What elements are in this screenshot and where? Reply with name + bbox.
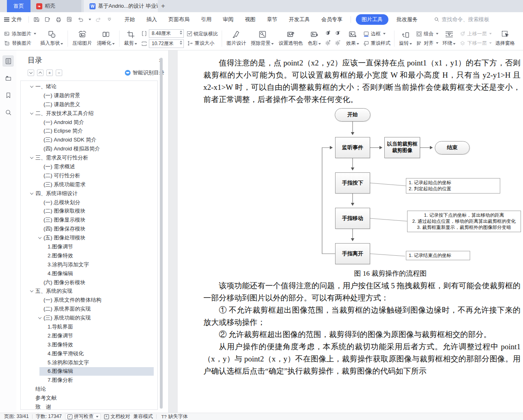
color-button[interactable]: 色彩 <box>305 29 323 48</box>
output-icon[interactable] <box>44 16 51 23</box>
insert-shape-button[interactable]: 插入形状 <box>38 29 65 48</box>
toc-item[interactable]: 4.图像编辑 <box>21 269 157 278</box>
undo-dropdown-caret[interactable] <box>89 19 91 20</box>
menu-view[interactable]: 视图 <box>239 12 261 27</box>
toc-item[interactable]: (六) 图像分析模块 <box>21 278 157 287</box>
word-count[interactable]: 字数: 17347 <box>36 413 62 420</box>
toc-item[interactable]: (二) Eclipse 简介 <box>21 126 157 135</box>
rail-search-button[interactable] <box>2 107 14 118</box>
toc-item[interactable]: 一、绪论 <box>21 82 157 91</box>
menu-section[interactable]: 章节 <box>261 12 283 27</box>
collapse-level-button[interactable]: − <box>56 70 62 76</box>
toc-item[interactable]: 2.图像调节 <box>21 331 157 340</box>
collapse-all-button[interactable] <box>37 70 44 76</box>
width-input[interactable]: 10.72厘米 <box>149 39 184 48</box>
toc-item[interactable]: (五) 图像处理模块 <box>21 233 157 242</box>
selection-pane-button[interactable]: 选择窗格 <box>493 29 517 48</box>
toc-item[interactable]: 6.图像编辑 <box>39 367 154 376</box>
toc-item[interactable]: (四) Android 模拟器简介 <box>21 144 157 153</box>
document-proof-button[interactable]: × 文档校对 <box>104 413 130 420</box>
lock-aspect-ratio-checkbox[interactable]: 锁定纵横比 <box>187 30 218 37</box>
chevron-down-icon[interactable] <box>28 192 35 195</box>
tab-docer[interactable]: ❧ 稻壳 <box>31 0 81 12</box>
save-icon[interactable] <box>33 16 40 23</box>
toc-item[interactable]: 四、系统详细设计 <box>21 189 157 198</box>
rail-chapter-button[interactable] <box>2 72 14 84</box>
set-transparent-color-button[interactable]: 设置透明色 <box>276 29 305 48</box>
command-search[interactable]: 查找命令、搜索模板 <box>434 16 489 23</box>
width-stepper[interactable] <box>180 41 182 45</box>
toc-item[interactable]: (一) 需求概述 <box>21 162 157 171</box>
toc-item[interactable]: 五、系统的实现 <box>21 287 157 296</box>
menu-member[interactable]: 会员专享 <box>316 12 348 27</box>
toc-item[interactable]: (三) 系统功能需求 <box>21 180 157 189</box>
remove-background-button[interactable]: 抠除背景 <box>248 29 276 48</box>
print-icon[interactable] <box>55 16 62 23</box>
increase-contrast-icon[interactable] <box>324 29 331 37</box>
print-preview-icon[interactable] <box>66 16 73 23</box>
rail-bookmark-button[interactable] <box>2 89 14 101</box>
menu-references[interactable]: 引用 <box>195 12 217 27</box>
bring-forward-button[interactable]: 上移一层 <box>460 30 492 37</box>
chevron-down-icon[interactable] <box>28 112 35 115</box>
menu-review[interactable]: 审阅 <box>217 12 239 27</box>
redo-icon[interactable] <box>95 16 102 23</box>
toc-item[interactable]: 结论 <box>21 385 157 394</box>
toc-item[interactable]: 三、需求及可行性分析 <box>21 153 157 162</box>
align-button[interactable]: 对齐 <box>416 40 438 47</box>
toc-item[interactable]: 致 谢 <box>21 403 157 410</box>
toc-item[interactable]: (一) 课题的背景 <box>21 91 157 100</box>
chevron-down-icon[interactable] <box>28 85 35 88</box>
chevron-down-icon[interactable] <box>36 237 44 239</box>
toc-item[interactable]: (一) 总模块划分 <box>21 198 157 207</box>
tab-home[interactable]: 首页 <box>7 0 31 12</box>
decrease-contrast-icon[interactable] <box>334 29 341 37</box>
flowchart-figure[interactable]: 开始 监听事件 以当前裁剪框裁剪图像 结束 手指按下 手指移动 手指离开 1. … <box>321 108 523 268</box>
toc-item[interactable]: 3.涂鸦与添加文字 <box>21 260 157 269</box>
height-stepper[interactable] <box>180 30 182 35</box>
toc-item[interactable]: 5.涂鸦和添加文字 <box>21 358 157 367</box>
send-backward-button[interactable]: 下移一层 <box>460 40 492 47</box>
menu-insert[interactable]: 插入 <box>141 12 163 27</box>
toc-item[interactable]: 1.导航界面 <box>21 322 157 331</box>
crop-button[interactable]: 裁剪 <box>122 29 139 48</box>
document-page[interactable]: 值得注意的是，点 point2（x2，y2）应该一直保持在点 point1（x1… <box>178 50 523 413</box>
tab-document[interactable]: W 基于Andrio...的设计 毕业论文 <box>84 0 158 12</box>
toc-item[interactable]: 2.图像特效 <box>21 251 157 260</box>
toc-item[interactable]: 1.图像调节 <box>21 242 157 251</box>
reset-style-button[interactable]: 重设样式 <box>363 40 390 47</box>
toc-item[interactable]: 7.图像分析 <box>21 376 157 385</box>
toc-item[interactable]: (二) 系统界面的实现 <box>21 305 157 313</box>
toc-item[interactable]: 二、开发技术及工具介绍 <box>21 109 157 118</box>
spell-check-button[interactable]: ✓ 拼写检查 <box>65 413 101 420</box>
ribbon-options-caret[interactable] <box>106 16 113 23</box>
border-button[interactable]: 边框 <box>363 30 390 37</box>
toc-item[interactable]: (二) 课题的意义 <box>21 100 157 109</box>
reset-size-button[interactable]: 重设大小 <box>187 40 218 47</box>
toc-item[interactable]: (三) Android SDK 简介 <box>21 135 157 144</box>
chevron-down-icon[interactable] <box>28 157 35 159</box>
image-design-button[interactable]: 图片设计 <box>224 29 248 48</box>
file-menu-button[interactable]: 文件 <box>0 16 26 23</box>
replace-image-button[interactable]: 替换图片 <box>4 40 36 47</box>
rail-outline-button[interactable] <box>2 55 14 67</box>
effects-button[interactable]: 效果 <box>344 29 362 48</box>
wrap-text-button[interactable]: 环绕 <box>440 29 458 48</box>
toc-item[interactable]: (一) Android 简介 <box>21 118 157 127</box>
menu-dev-tools[interactable]: 开发工具 <box>283 12 316 27</box>
menu-correction-service[interactable]: 批改服务 <box>391 12 423 27</box>
decrease-brightness-icon[interactable] <box>334 39 341 46</box>
missing-font-button[interactable]: T? 缺失字体 <box>161 413 188 420</box>
height-input[interactable]: 8.48厘米 <box>149 29 184 38</box>
toc-item[interactable]: (四) 图像保存模块 <box>21 224 157 233</box>
menu-page-layout[interactable]: 页面布局 <box>163 12 195 27</box>
expand-level-button[interactable]: + <box>46 70 53 76</box>
increase-brightness-icon[interactable] <box>324 39 331 46</box>
toc-item[interactable]: 3.图像特效 <box>21 340 157 349</box>
toc-item[interactable]: 4.图像平滑锐化 <box>21 349 157 358</box>
menu-home[interactable]: 开始 <box>119 12 141 27</box>
chevron-down-icon[interactable] <box>36 317 44 319</box>
smart-recognize-toc-button[interactable]: 智能识别目录 <box>125 69 164 76</box>
menu-picture-tools-active[interactable]: 图片工具 <box>356 14 388 25</box>
rotate-button[interactable]: 旋转 <box>397 29 414 48</box>
